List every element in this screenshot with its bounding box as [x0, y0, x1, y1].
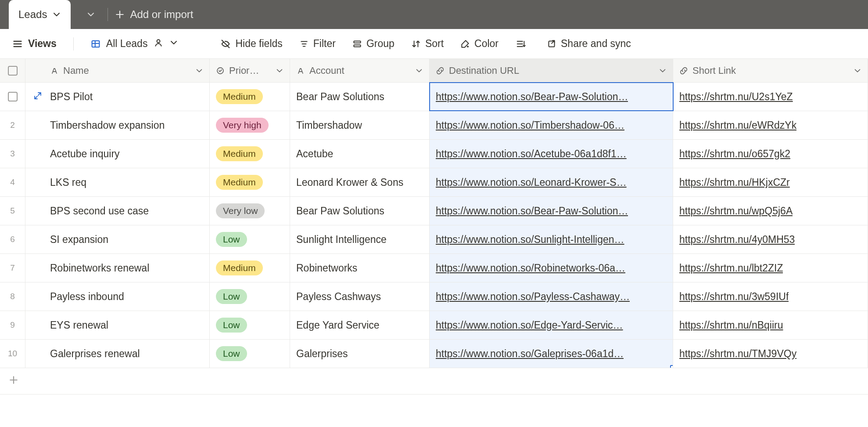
row-index-cell[interactable]: 8 — [0, 282, 25, 311]
cell-priority[interactable]: Low — [210, 311, 290, 339]
table-row[interactable]: 4LKS reqMediumLeonard Krower & Sonshttps… — [0, 168, 868, 197]
cell-name[interactable]: SI expansion — [25, 225, 210, 253]
cell-short-link[interactable]: https://shrtm.nu/4y0MH53 — [673, 225, 868, 253]
cell-destination-url[interactable]: https://www.notion.so/Robinetworks-06a… — [430, 254, 673, 282]
row-index-cell[interactable]: 10 — [0, 340, 25, 368]
cell-account[interactable]: Payless Cashways — [290, 282, 430, 311]
cell-name[interactable]: Payless inbound — [25, 282, 210, 311]
cell-destination-url[interactable]: https://www.notion.so/Bear-Paw-Solution… — [430, 83, 673, 111]
destination-url-link[interactable]: https://www.notion.so/Robinetworks-06a… — [436, 262, 625, 274]
cell-priority[interactable]: Very low — [210, 197, 290, 225]
expand-icon[interactable] — [33, 91, 42, 103]
cell-priority[interactable]: Very high — [210, 111, 290, 139]
column-priority[interactable]: Prior… — [210, 59, 290, 82]
cell-name[interactable]: LKS req — [25, 168, 210, 196]
cell-short-link[interactable]: https://shrtm.nu/3w59IUf — [673, 282, 868, 311]
cell-name[interactable]: Timbershadow expansion — [25, 111, 210, 139]
table-row[interactable]: 8Payless inboundLowPayless Cashwayshttps… — [0, 282, 868, 311]
cell-account[interactable]: Timbershadow — [290, 111, 430, 139]
cell-short-link[interactable]: https://shrtm.nu/eWRdzYk — [673, 111, 868, 139]
header-checkbox[interactable] — [0, 59, 25, 82]
cell-destination-url[interactable]: https://www.notion.so/Leonard-Krower-S… — [430, 168, 673, 196]
row-height-button[interactable] — [515, 39, 530, 49]
filter-button[interactable]: Filter — [299, 38, 336, 50]
row-index-cell[interactable]: 2 — [0, 111, 25, 139]
destination-url-link[interactable]: https://www.notion.so/Leonard-Krower-S… — [436, 177, 627, 188]
row-index-cell[interactable]: 5 — [0, 197, 25, 225]
color-button[interactable]: Color — [460, 38, 499, 50]
short-link[interactable]: https://shrtm.nu/HKjxCZr — [679, 177, 790, 188]
short-link[interactable]: https://shrtm.nu/3w59IUf — [679, 291, 789, 303]
short-link[interactable]: https://shrtm.nu/4y0MH53 — [679, 234, 795, 246]
row-index-cell[interactable]: 9 — [0, 311, 25, 339]
table-row[interactable]: 3Acetube inquiryMediumAcetubehttps://www… — [0, 140, 868, 168]
cell-account[interactable]: Edge Yard Service — [290, 311, 430, 339]
destination-url-link[interactable]: https://www.notion.so/Sunlight-Intellige… — [436, 234, 624, 246]
table-row[interactable]: 7Robinetworks renewalMediumRobinetworksh… — [0, 254, 868, 282]
table-row[interactable]: 5BPS second use caseVery lowBear Paw Sol… — [0, 197, 868, 225]
checkbox-icon[interactable] — [8, 66, 18, 76]
hide-fields-button[interactable]: Hide fields — [220, 38, 282, 50]
cell-destination-url[interactable]: https://www.notion.so/Timbershadow-06… — [430, 111, 673, 139]
cell-destination-url[interactable]: https://www.notion.so/Bear-Paw-Solution… — [430, 197, 673, 225]
cell-name[interactable]: BPS Pilot — [25, 83, 210, 111]
short-link[interactable]: https://shrtm.nu/U2s1YeZ — [679, 91, 793, 103]
column-short-link[interactable]: Short Link — [673, 59, 868, 82]
add-row-button[interactable] — [0, 368, 868, 394]
cell-destination-url[interactable]: https://www.notion.so/Acetube-06a1d8f1… — [430, 140, 673, 168]
cell-destination-url[interactable]: https://www.notion.so/Sunlight-Intellige… — [430, 225, 673, 253]
chevron-down-icon[interactable] — [169, 38, 178, 50]
sort-button[interactable]: Sort — [411, 38, 444, 50]
cell-destination-url[interactable]: https://www.notion.so/Payless-Cashaway… — [430, 282, 673, 311]
cell-account[interactable]: Leonard Krower & Sons — [290, 168, 430, 196]
chevron-down-icon[interactable] — [195, 67, 203, 75]
cell-short-link[interactable]: https://shrtm.nu/wpQ5j6A — [673, 197, 868, 225]
cell-destination-url[interactable]: https://www.notion.so/Edge-Yard-Servic… — [430, 311, 673, 339]
views-button[interactable]: Views — [12, 38, 57, 50]
cell-name[interactable]: Galerprises renewal — [25, 340, 210, 368]
cell-account[interactable]: Acetube — [290, 140, 430, 168]
row-checkbox[interactable] — [8, 92, 18, 101]
cell-priority[interactable]: Low — [210, 340, 290, 368]
cell-short-link[interactable]: https://shrtm.nu/lbt2ZIZ — [673, 254, 868, 282]
row-index-cell[interactable]: 7 — [0, 254, 25, 282]
cell-short-link[interactable]: https://shrtm.nu/HKjxCZr — [673, 168, 868, 196]
row-index-cell[interactable]: 4 — [0, 168, 25, 196]
short-link[interactable]: https://shrtm.nu/eWRdzYk — [679, 119, 796, 131]
destination-url-link[interactable]: https://www.notion.so/Acetube-06a1d8f1… — [436, 148, 627, 160]
destination-url-link[interactable]: https://www.notion.so/Bear-Paw-Solution… — [436, 205, 628, 217]
cell-priority[interactable]: Low — [210, 282, 290, 311]
tab-views-dropdown[interactable] — [81, 0, 100, 29]
cell-account[interactable]: Bear Paw Solutions — [290, 83, 430, 111]
destination-url-link[interactable]: https://www.notion.so/Payless-Cashaway… — [436, 291, 630, 303]
cell-priority[interactable]: Medium — [210, 168, 290, 196]
short-link[interactable]: https://shrtm.nu/lbt2ZIZ — [679, 262, 783, 274]
table-row[interactable]: 9EYS renewalLowEdge Yard Servicehttps://… — [0, 311, 868, 340]
destination-url-link[interactable]: https://www.notion.so/Timbershadow-06… — [436, 119, 624, 131]
chevron-down-icon[interactable] — [52, 10, 61, 19]
row-index-cell[interactable] — [0, 83, 25, 111]
table-row[interactable]: BPS PilotMediumBear Paw Solutionshttps:/… — [0, 83, 868, 111]
chevron-down-icon[interactable] — [415, 67, 423, 75]
cell-priority[interactable]: Medium — [210, 140, 290, 168]
cell-name[interactable]: Robinetworks renewal — [25, 254, 210, 282]
cell-priority[interactable]: Low — [210, 225, 290, 253]
chevron-down-icon[interactable] — [854, 67, 861, 75]
cell-account[interactable]: Galerprises — [290, 340, 430, 368]
destination-url-link[interactable]: https://www.notion.so/Bear-Paw-Solution… — [436, 91, 628, 103]
short-link[interactable]: https://shrtm.nu/TMJ9VQy — [679, 348, 796, 360]
destination-url-link[interactable]: https://www.notion.so/Edge-Yard-Servic… — [436, 319, 623, 331]
cell-name[interactable]: Acetube inquiry — [25, 140, 210, 168]
column-destination-url[interactable]: Destination URL — [430, 59, 673, 82]
tab-leads[interactable]: Leads — [9, 0, 71, 29]
short-link[interactable]: https://shrtm.nu/o657gk2 — [679, 148, 790, 160]
cell-short-link[interactable]: https://shrtm.nu/U2s1YeZ — [673, 83, 868, 111]
short-link[interactable]: https://shrtm.nu/nBqiiru — [679, 319, 783, 331]
chevron-down-icon[interactable] — [276, 67, 283, 75]
cell-name[interactable]: BPS second use case — [25, 197, 210, 225]
cell-short-link[interactable]: https://shrtm.nu/nBqiiru — [673, 311, 868, 339]
share-sync-button[interactable]: Share and sync — [547, 38, 631, 50]
cell-destination-url[interactable]: https://www.notion.so/Galeprises-06a1d… — [430, 340, 673, 368]
table-row[interactable]: 2Timbershadow expansionVery highTimbersh… — [0, 111, 868, 140]
table-row[interactable]: 10Galerprises renewalLowGalerpriseshttps… — [0, 340, 868, 368]
